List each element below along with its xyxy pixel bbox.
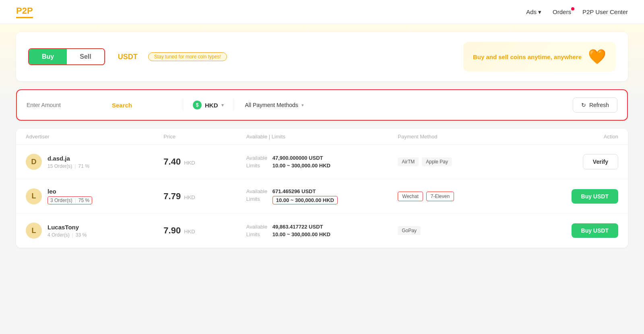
avatar: L <box>26 188 42 204</box>
filter-right: ↻ Refresh <box>573 97 617 113</box>
main-content: Buy Sell USDT Stay tuned for more coin t… <box>0 24 644 334</box>
sell-tab[interactable]: Sell <box>67 49 104 64</box>
available-cell: Available 47,900.000000 USDT Limits10.00… <box>246 155 398 169</box>
table-row: D d.asd.ja 15 Order(s) | 71 % 7.40 HKD A… <box>16 145 628 179</box>
search-button[interactable]: Search <box>107 102 137 109</box>
payment-tag: 7-Eleven <box>426 192 454 201</box>
advertiser-meta: 3 Order(s) | 75 % <box>47 196 92 204</box>
col-payment-method: Payment Method <box>398 134 535 140</box>
price-cell: 7.79 HKD <box>163 191 246 202</box>
action-cell: Verify <box>536 154 618 169</box>
p2p-logo: P2P <box>16 6 33 18</box>
price-cell: 7.90 HKD <box>163 225 246 236</box>
chevron-down-icon: ▾ <box>538 8 541 16</box>
action-button[interactable]: Buy USDT <box>572 189 618 204</box>
top-navigation: P2P Ads ▾ Orders P2P User Center <box>0 0 644 24</box>
advertiser-name: leo <box>47 188 92 195</box>
available-cell: Available 49,863.417722 USDT Limits10.00… <box>246 224 398 237</box>
tab-wrapper: Buy Sell <box>28 48 105 65</box>
col-action: Action <box>536 134 618 140</box>
price-cell: 7.40 HKD <box>163 157 246 167</box>
chevron-down-icon: ▾ <box>221 103 224 108</box>
advertiser-info: D d.asd.ja 15 Order(s) | 71 % <box>26 154 163 170</box>
action-cell: Buy USDT <box>536 189 618 204</box>
payment-tag: AirTM <box>398 157 419 166</box>
coin-label: USDT <box>118 53 138 61</box>
advertiser-meta: 4 Order(s) | 33 % <box>47 232 87 238</box>
chevron-down-icon: ▾ <box>301 103 304 108</box>
filter-bar: Search $ HKD ▾ All Payment Methods ▾ ↻ R… <box>16 89 628 121</box>
payment-cell: Wechat7-Eleven <box>398 192 535 201</box>
col-available-limits: Available | Limits <box>246 134 398 140</box>
nav-p2p-user-center[interactable]: P2P User Center <box>582 8 628 15</box>
action-cell: Buy USDT <box>536 223 618 238</box>
payment-cell: GoPay <box>398 226 535 235</box>
advertiser-name: LucasTony <box>47 224 87 231</box>
available-cell: Available 671.465296 USDT Limits10.00 ~ … <box>246 188 398 204</box>
nav-ads[interactable]: Ads ▾ <box>526 8 541 16</box>
notification-dot <box>571 7 574 10</box>
nav-orders[interactable]: Orders <box>553 8 571 15</box>
advertiser-info: L LucasTony 4 Order(s) | 33 % <box>26 223 163 239</box>
advertiser-name: d.asd.ja <box>47 155 89 162</box>
payment-cell: AirTMApple Pay <box>398 157 535 166</box>
filter-divider <box>183 99 183 111</box>
buy-tab[interactable]: Buy <box>29 49 67 64</box>
filter-divider-2 <box>233 99 234 111</box>
promo-illustration: 🧡 <box>588 48 606 65</box>
refresh-button[interactable]: ↻ Refresh <box>573 97 617 113</box>
amount-input-wrap: Search <box>27 102 180 109</box>
payment-method-label: All Payment Methods <box>245 102 298 108</box>
avatar: L <box>26 223 42 239</box>
advertiser-info: L leo 3 Order(s) | 75 % <box>26 188 163 204</box>
currency-icon: $ <box>193 101 202 109</box>
currency-selector[interactable]: $ HKD ▾ <box>186 101 230 109</box>
col-advertiser: Advertiser <box>26 134 163 140</box>
table-row: L LucasTony 4 Order(s) | 33 % 7.90 HKD A… <box>16 214 628 248</box>
buy-sell-left: Buy Sell USDT Stay tuned for more coin t… <box>28 48 227 65</box>
offers-table: Advertiser Price Available | Limits Paym… <box>16 129 628 248</box>
currency-label: HKD <box>205 102 218 109</box>
table-row: L leo 3 Order(s) | 75 % 7.79 HKD Availab… <box>16 179 628 214</box>
payment-tag: Apple Pay <box>422 157 452 166</box>
payment-tag: GoPay <box>398 226 421 235</box>
action-button[interactable]: Buy USDT <box>572 223 618 238</box>
table-body: D d.asd.ja 15 Order(s) | 71 % 7.40 HKD A… <box>16 145 628 248</box>
payment-tag: Wechat <box>398 192 423 201</box>
amount-input[interactable] <box>27 102 107 108</box>
coin-badge: Stay tuned for more coin types! <box>148 52 227 61</box>
refresh-icon: ↻ <box>581 102 586 108</box>
nav-right: Ads ▾ Orders P2P User Center <box>526 8 628 16</box>
promo-box: Buy and sell coins anytime, anywhere 🧡 <box>463 42 616 72</box>
avatar: D <box>26 154 42 170</box>
buy-sell-header: Buy Sell USDT Stay tuned for more coin t… <box>16 32 628 81</box>
advertiser-meta: 15 Order(s) | 71 % <box>47 163 89 169</box>
action-button[interactable]: Verify <box>583 154 618 169</box>
table-header: Advertiser Price Available | Limits Paym… <box>16 129 628 145</box>
col-price: Price <box>163 134 246 140</box>
payment-method-selector[interactable]: All Payment Methods ▾ <box>237 102 312 108</box>
promo-text: Buy and sell coins anytime, anywhere <box>473 53 582 61</box>
